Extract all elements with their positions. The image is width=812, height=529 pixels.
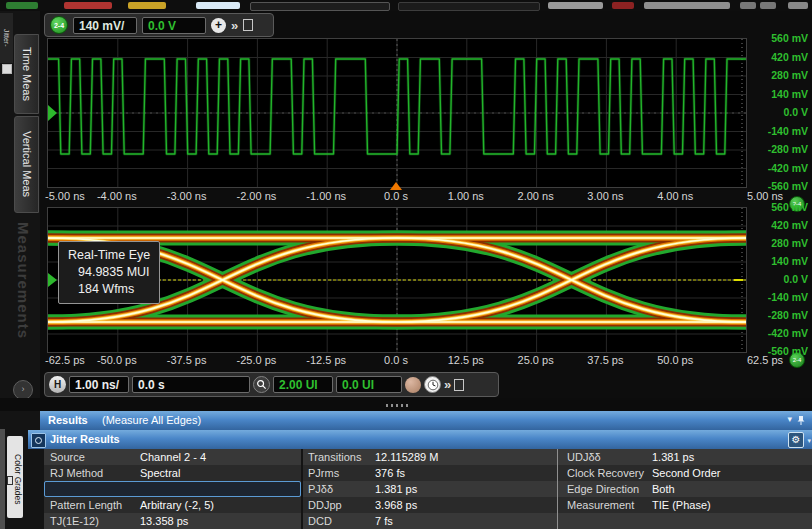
result-value: TIE (Phase) [652,499,711,511]
chrome-gray-segment [760,2,776,9]
voltage-scale-label: -280 mV [746,143,808,155]
result-value: 1.381 ps [652,451,694,463]
result-value: 13.358 ps [140,515,188,527]
results-header[interactable]: Results (Measure All Edges) ▾ [40,411,812,430]
result-value: 1.381 ps [375,483,417,495]
jitter-mode-tab[interactable]: Jitter- [0,13,13,63]
time-axis-label: 0.0 s [364,190,428,202]
dropdown-caret-icon[interactable]: ▾ [807,437,811,445]
chrome-yellow-segment [128,2,166,9]
horizontal-badge[interactable]: H [49,376,66,393]
result-value: 376 fs [375,467,405,479]
results-title: Results [48,414,88,426]
zoom-icon[interactable] [253,376,270,393]
voltage-scale-label: 0.0 V [746,273,808,285]
result-row[interactable]: RJ MethodSpectralPJrms376 fsClock Recove… [44,465,812,481]
result-value: 12.115289 M [375,451,438,463]
undock-icon[interactable] [243,19,253,31]
tab-color-grades[interactable]: Color Grades [7,436,23,518]
result-row[interactable]: TJ(1E-12)13.358 psDCD7 fs [44,513,812,529]
time-axis-label: -2.00 ns [224,190,288,202]
tab-vertical-meas[interactable]: Vertical Meas [14,116,39,213]
gear-icon[interactable]: ⚙ [788,432,804,448]
chrome-gray-segment [548,2,603,9]
window-chrome-strip [0,0,812,11]
chrome-green-segment [6,2,38,9]
time-axis-label: -3.00 ns [155,190,219,202]
time-axis-label: 37.5 ps [573,354,637,366]
result-label: DDJpp [308,499,342,511]
add-channel-icon[interactable]: + [211,18,226,33]
waveform-plot[interactable] [47,38,747,188]
time-axis-label: 5.00 ns [747,190,811,202]
horizontal-toolbar: H 1.00 ns/ 0.0 s 2.00 UI 0.0 UI » [44,372,499,397]
voltage-scale-label: -280 mV [746,309,808,321]
undock-icon[interactable] [454,379,464,391]
eye-info-title: Real-Time Eye [68,247,150,264]
result-value: Arbitrary (-2, 5) [140,499,214,511]
chrome-light-segment [196,2,240,9]
panel-handle-icon[interactable] [31,433,46,448]
result-label: Measurement [567,499,634,511]
chrome-darkred-segment [612,2,634,9]
pin-icon[interactable] [796,415,806,426]
time-axis-label: 2.00 ns [504,190,568,202]
result-row[interactable]: Pattern LengthArbitrary (-2, 5)DDJpp3.96… [44,497,812,513]
status-indicator[interactable] [405,377,421,393]
dropdown-caret-icon[interactable]: ▾ [787,414,792,424]
horizontal-scale-field[interactable]: 1.00 ns/ [69,376,129,393]
chrome-gray-segment [644,2,730,9]
result-label: Clock Recovery [567,467,644,479]
voltage-scale-label: 560 mV [746,32,808,44]
vertical-scale-field[interactable]: 140 mV/ [73,17,137,34]
selected-row-highlight[interactable] [44,481,301,497]
eye-info-mui: 94.9835 MUI [68,264,150,281]
results-table: SourceChannel 2 - 4Transitions12.115289 … [44,449,812,529]
voltage-scale-label: -420 mV [746,162,808,174]
results-left-strip [0,429,5,529]
horizontal-position-field[interactable]: 0.0 s [132,376,250,393]
vertical-offset-field[interactable]: 0.0 V [142,17,206,34]
table-divider [557,449,558,529]
channel-toolbar: 2-4 140 mV/ 0.0 V + » [44,13,274,37]
voltage-scale-label: 560 mV [746,201,808,213]
voltage-scale-label: 0.0 V [746,106,808,118]
measurements-watermark: Measurements [15,222,32,382]
time-axis-label: -25.0 ps [224,354,288,366]
result-row[interactable]: SourceChannel 2 - 4Transitions12.115289 … [44,449,812,465]
result-value: 3.968 ps [375,499,417,511]
expand-panel-button[interactable]: › [13,380,33,400]
jitter-window-icon[interactable] [2,64,12,74]
time-axis-label: -1.00 ns [294,190,358,202]
time-axis-label: 50.0 ps [643,354,707,366]
ui-position-field[interactable]: 0.0 UI [336,376,402,393]
ui-scale-field[interactable]: 2.00 UI [273,376,333,393]
clock-icon[interactable] [424,376,441,393]
result-label: Transitions [308,451,361,463]
jitter-results-bar[interactable]: Jitter Results ⚙ ▾ [28,430,812,449]
chrome-outline-segment [398,2,540,11]
tab-time-meas[interactable]: Time Meas [14,34,39,114]
oscilloscope-app: Jitter- Time Meas Vertical Meas Measurem… [0,0,812,529]
chrome-outline-segment [250,2,390,11]
checkbox-icon[interactable] [7,476,13,485]
expand-chevrons-icon[interactable]: » [444,377,451,392]
expand-chevrons-icon[interactable]: » [231,18,238,33]
time-axis-label: 3.00 ns [573,190,637,202]
voltage-scale-label: -420 mV [746,327,808,339]
divider-grip-icon[interactable] [386,404,408,407]
voltage-scale-label: 420 mV [746,51,808,63]
result-label: Source [50,451,85,463]
voltage-scale-label: -140 mV [746,291,808,303]
results-subtitle: (Measure All Edges) [102,414,201,426]
trigger-marker-icon[interactable] [390,182,402,190]
voltage-scale-label: 140 mV [746,88,808,100]
time-axis-label: 62.5 ps [747,354,811,366]
result-label: UDJδδ [567,451,601,463]
waveform-trace [48,39,746,187]
time-axis-label: -12.5 ps [294,354,358,366]
result-label: PJδδ [308,483,333,495]
channel-2-4-badge[interactable]: 2-4 [50,16,68,34]
result-value: 7 fs [375,515,393,527]
chrome-red-segment [64,2,112,9]
